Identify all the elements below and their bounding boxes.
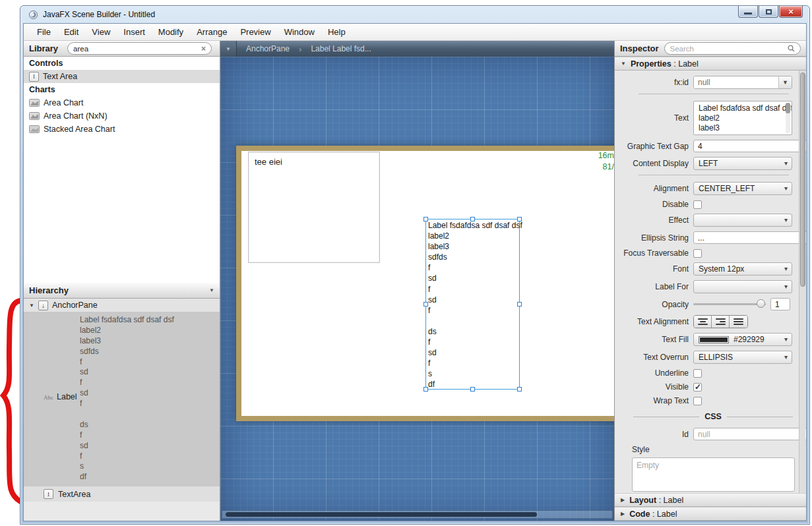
library-item-label: Stacked Area Chart [44,125,115,134]
menu-edit[interactable]: Edit [57,25,85,39]
selection-handle[interactable] [423,217,428,221]
selection-handle[interactable] [517,217,522,221]
library-search[interactable]: × [67,42,212,55]
text-alignment-label: Text Alignment [620,317,689,326]
style-textarea[interactable] [632,457,795,492]
opacity-slider[interactable] [693,299,766,310]
breadcrumb-anchorpane[interactable]: AnchorPane [237,44,299,53]
css-id-input[interactable] [693,428,806,440]
canvas-textarea[interactable]: tee eiei [248,152,380,263]
selection-handle[interactable] [470,387,475,392]
menu-file[interactable]: File [30,25,57,39]
font-label: Font [620,264,689,274]
library-item-text-area[interactable]: I Text Area [24,70,220,83]
text-fill-label: Text Fill [620,335,689,344]
disable-checkbox[interactable] [693,200,702,209]
window-content: File Edit View Insert Modify Arrange Pre… [23,23,807,521]
inspector-search-input[interactable] [670,45,784,53]
underline-label: Underline [620,368,689,378]
selection-handle[interactable] [423,302,428,307]
close-button[interactable]: × [779,6,803,18]
opacity-slider-thumb[interactable] [757,299,765,308]
library-search-input[interactable] [73,45,198,53]
menu-help[interactable]: Help [321,25,352,39]
expand-triangle-icon[interactable]: ▼ [29,303,34,308]
fxid-combo[interactable]: ▼ [693,76,792,89]
text-area-icon: I [29,72,39,82]
library-item-label: Area Chart (NxN) [44,111,108,121]
minimize-button[interactable] [738,6,758,18]
design-canvas[interactable]: tee eiei 16m 81/ Label fsdafdsa sdf dsaf… [220,57,614,521]
chevron-down-icon[interactable]: ▼ [778,76,792,88]
ellipsis-string-input[interactable] [693,231,806,244]
menu-window[interactable]: Window [278,25,321,39]
hierarchy-menu-icon[interactable]: ▼ [209,287,214,293]
content-display-dropdown[interactable]: LEFT [693,157,792,170]
app-window: JavaFX Scene Builder - Untitled × File E… [20,5,810,525]
code-section-suffix: : Label [652,510,677,519]
style-label: Style [632,445,806,454]
inspector-scrollbar[interactable] [799,71,805,493]
hierarchy-item-label[interactable]: Abc Label Label fsdafdsa sdf dsaf dsflab… [24,312,220,486]
text-fill-dropdown[interactable]: #292929 [693,333,792,346]
layout-section-suffix: : Label [659,496,684,505]
hierarchy-item-textarea[interactable]: I TextArea [24,486,220,502]
horizontal-scrollbar-thumb[interactable] [226,512,537,517]
hierarchy-panel: Hierarchy ▼ ▼ ↓ AnchorPane Abc [24,283,220,521]
clear-search-icon[interactable]: × [201,45,206,53]
font-dropdown[interactable]: System 12px [693,262,792,276]
opacity-label: Opacity [620,300,689,309]
breadcrumb-label[interactable]: Label Label fsd... [301,44,380,53]
menu-view[interactable]: View [85,25,117,39]
selection-handle[interactable] [470,217,475,221]
align-justify-button[interactable] [730,316,747,328]
effect-dropdown[interactable] [693,214,792,227]
horizontal-scrollbar[interactable] [222,510,613,519]
library-item-area-chart-nxn[interactable]: Area Chart (NxN) [24,109,220,123]
css-id-label: Id [620,430,689,439]
library-title: Library [29,44,58,53]
alignment-label: Alignment [620,184,689,193]
alignment-dropdown[interactable]: CENTER_LEFT [693,182,792,195]
breadcrumb-dropdown-button[interactable]: ▼ [220,41,237,57]
opacity-input[interactable] [770,298,790,310]
inspector-scrollbar-thumb[interactable] [800,73,805,287]
screen: JavaFX Scene Builder - Untitled × File E… [0,0,812,526]
inspector-search[interactable] [664,42,801,55]
library-section-controls: Controls [24,57,220,70]
section-code[interactable]: ▶ Code : Label [615,507,806,521]
title-bar[interactable]: JavaFX Scene Builder - Untitled × [20,6,809,23]
graphic-text-gap-input[interactable] [693,140,806,152]
label-for-dropdown[interactable] [693,280,792,293]
menu-preview[interactable]: Preview [234,25,277,39]
text-overrun-dropdown[interactable]: ELLIPSIS [693,351,792,364]
label-for-label: Label For [620,282,689,291]
selected-label[interactable]: Label fsdafdsa sdf dsaf dsflabel2 label3… [425,219,520,390]
text-overrun-label: Text Overrun [620,353,689,362]
menu-insert[interactable]: Insert [117,25,152,39]
align-right-button[interactable] [712,316,730,328]
library-item-label: Text Area [43,72,77,81]
menu-modify[interactable]: Modify [152,25,190,39]
anchorpane-icon: ↓ [38,301,48,310]
section-layout[interactable]: ▶ Layout : Label [615,493,806,507]
selection-handle[interactable] [517,302,522,307]
selection-handle[interactable] [517,387,522,392]
text-value-box[interactable]: Label fsdafdsa sdf dsaf dsf label2 label… [693,101,792,135]
fxid-input[interactable] [694,76,778,88]
visible-checkbox[interactable] [693,383,702,392]
selection-handle[interactable] [423,387,428,392]
underline-checkbox[interactable] [693,369,702,378]
wrap-text-checkbox[interactable] [693,397,702,405]
align-center-button[interactable] [694,316,712,328]
section-properties[interactable]: ▼ Properties : Label [615,57,806,71]
label-node-name: Label [57,392,77,401]
controls-header-label: Controls [29,59,63,68]
maximize-button[interactable] [759,6,778,18]
menu-arrange[interactable]: Arrange [190,25,234,39]
hierarchy-item-anchorpane[interactable]: ▼ ↓ AnchorPane [24,299,220,312]
library-item-area-chart[interactable]: Area Chart [24,96,220,109]
textbox-scrollbar[interactable] [786,103,790,133]
focus-traversable-checkbox[interactable] [693,249,702,258]
library-item-stacked-area-chart[interactable]: Stacked Area Chart [24,123,220,136]
